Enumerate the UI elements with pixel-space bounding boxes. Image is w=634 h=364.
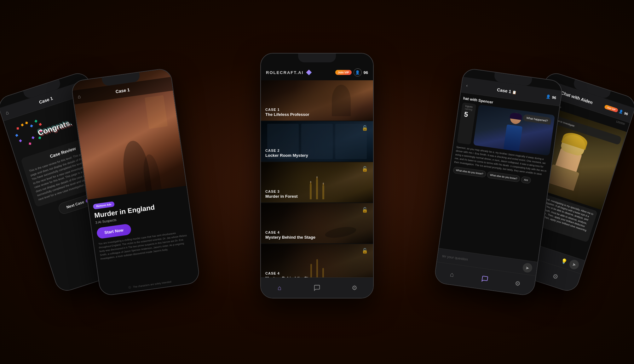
lock-icon-4a: 🔓	[362, 207, 369, 214]
aiden-join-vip[interactable]: Join VIP	[604, 105, 619, 113]
case-4a-name: Mystery Behind the Stage	[265, 235, 315, 240]
center-header: ROLECRAFT.AI Join VIP 👤 96	[261, 65, 373, 80]
dialogues-count: 5	[464, 110, 472, 119]
idea-icon: 💡	[560, 257, 568, 265]
spencer-nav-settings[interactable]: ⚙	[512, 278, 523, 289]
case-1-label: CASE 1 The Lifeless Professor	[265, 108, 309, 117]
are-btn[interactable]: Are	[521, 176, 531, 184]
dialogues-box: logues raining 5	[457, 102, 476, 145]
case-1-name: The Lifeless Professor	[265, 112, 309, 117]
case-2-number: CASE 2	[265, 149, 308, 152]
case-2-label: CASE 2 Locker Room Mystery	[265, 149, 308, 158]
murder-phone-title: Case 1	[115, 87, 130, 94]
case-card-2[interactable]: 🔓 CASE 2 Locker Room Mystery	[261, 121, 373, 162]
what-else-btn-2[interactable]: What else do you know?	[487, 171, 521, 182]
case-3-label: CASE 3 Murder in Forest	[265, 190, 298, 199]
spencer-user-area: 👤 96	[546, 94, 556, 100]
spencer-nav-home[interactable]: ⌂	[447, 269, 457, 280]
nav-home-button[interactable]: ⌂	[275, 283, 284, 293]
center-screen: ROLECRAFT.AI Join VIP 👤 96 CASE 1	[261, 54, 373, 298]
header-right: Join VIP 👤 96	[335, 68, 368, 77]
remove-ads-badge[interactable]: Remove Ads	[93, 201, 115, 209]
aiden-nav-settings[interactable]: ⚙	[550, 270, 562, 282]
user-avatar-icon: 👤	[354, 68, 362, 77]
phone-notch	[298, 54, 336, 62]
murder-home-icon[interactable]: ⌂	[77, 94, 81, 100]
case-2-name: Locker Room Mystery	[265, 153, 308, 158]
logo-area: ROLECRAFT.AI	[266, 70, 312, 75]
send-button[interactable]: ➤	[522, 262, 533, 273]
spencer-avatar	[473, 105, 555, 156]
case-4b-label: CASE 4 Mystery Behind the Stage	[265, 271, 315, 277]
center-phone: ROLECRAFT.AI Join VIP 👤 96 CASE 1	[260, 53, 374, 299]
what-else-btn-1[interactable]: What else do you know?	[453, 167, 487, 178]
case-4a-label: CASE 4 Mystery Behind the Stage	[265, 230, 315, 240]
case-3-name: Murder in Forest	[265, 194, 298, 199]
case-1-number: CASE 1	[265, 108, 309, 111]
aiden-credits: 96	[624, 111, 629, 116]
credits-count: 96	[364, 70, 368, 75]
lock-icon-3: 🔓	[362, 166, 369, 173]
lock-icon-2: 🔓	[362, 125, 369, 133]
back-icon[interactable]: ‹	[466, 82, 468, 88]
case-card-4b[interactable]: 🔓 CASE 4 Mystery Behind the Stage	[261, 244, 373, 277]
logo-diamond-icon	[306, 70, 312, 75]
start-now-button[interactable]: Start Now	[96, 224, 131, 239]
lock-icon-4b: 🔓	[362, 248, 369, 255]
aiden-user-area: Join VIP 👤 96	[604, 105, 629, 116]
aiden-send-button[interactable]: ➤	[568, 259, 580, 270]
case-4b-number: CASE 4	[265, 271, 315, 275]
cases-list: CASE 1 The Lifeless Professor 🔓	[261, 80, 373, 277]
spencer-credits: 96	[552, 95, 556, 100]
congrats-phone-title: Case 1	[38, 95, 54, 105]
case-3-number: CASE 3	[265, 190, 298, 193]
logo-text: ROLECRAFT.AI	[266, 70, 303, 75]
case-4a-number: CASE 4	[265, 230, 315, 234]
case-card-1[interactable]: CASE 1 The Lifeless Professor	[261, 80, 373, 121]
aiden-user-icon: 👤	[618, 109, 624, 115]
spencer-avatar-area: What happened?	[473, 105, 555, 156]
nav-settings-button[interactable]: ⚙	[350, 283, 359, 293]
spencer-user-icon: 👤	[546, 94, 551, 99]
nav-chat-button[interactable]	[312, 283, 322, 293]
spencer-phone-title: Case 1 📋	[497, 87, 517, 95]
join-vip-button[interactable]: Join VIP	[335, 70, 352, 75]
case-card-4a[interactable]: 🔓 CASE 4 Mystery Behind the Stage	[261, 203, 373, 243]
next-case-label: Next Case	[66, 200, 85, 209]
case-card-3[interactable]: 🔓 CASE 3 Murder in Forest	[261, 162, 373, 202]
main-scene: ⌂ Case 1 👤 96	[0, 0, 634, 364]
spencer-nav-chat[interactable]	[480, 274, 490, 284]
home-icon[interactable]: ⌂	[5, 110, 9, 116]
bottom-nav: ⌂ ⚙	[261, 277, 373, 298]
